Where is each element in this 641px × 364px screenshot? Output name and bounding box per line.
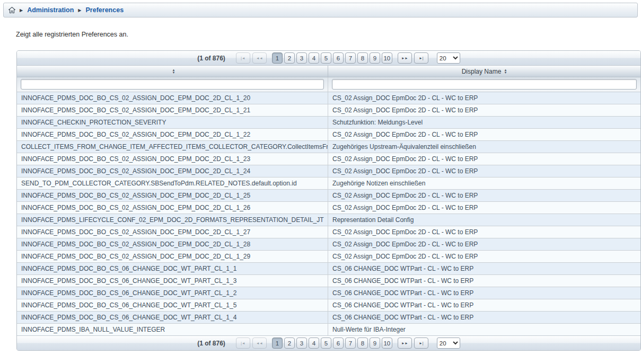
- table-row[interactable]: INNOFACE_PDMS_DOC_BO_CS_02_ASSIGN_DOC_EP…: [17, 251, 640, 263]
- breadcrumb-item-preferences[interactable]: Preferences: [86, 6, 124, 14]
- preference-name-cell: INNOFACE_PDMS_DOC_BO_CS_02_ASSIGN_DOC_EP…: [17, 238, 328, 250]
- table-row[interactable]: INNOFACE_PDMS_DOC_BO_CS_02_ASSIGN_DOC_EP…: [17, 165, 640, 177]
- preference-name-cell: INNOFACE_PDMS_DOC_BO_CS_02_ASSIGN_DOC_EP…: [17, 190, 328, 201]
- display-name-cell: CS_02 Assign_DOC EpmDoc 2D - CL - WC to …: [328, 165, 640, 177]
- rows-per-page-select[interactable]: 20: [437, 52, 460, 64]
- page-button[interactable]: 4: [309, 338, 319, 349]
- name-filter-input[interactable]: [21, 79, 324, 90]
- table-row[interactable]: INNOFACE_PDMS_DOC_BO_CS_06_CHANGE_DOC_WT…: [17, 275, 640, 287]
- page-button[interactable]: 9: [370, 52, 380, 64]
- table-row[interactable]: INNOFACE_PDMS_DOC_BO_CS_06_CHANGE_DOC_WT…: [17, 312, 640, 324]
- page-button[interactable]: 2: [284, 338, 295, 349]
- first-page-button: |◄: [236, 52, 250, 64]
- preference-name-cell: INNOFACE_PDMS_DOC_BO_CS_02_ASSIGN_DOC_EP…: [17, 153, 328, 165]
- home-icon[interactable]: [8, 7, 15, 13]
- page-button[interactable]: 3: [296, 338, 307, 349]
- preference-name-cell: INNOFACE_PDMS_DOC_BO_CS_02_ASSIGN_DOC_EP…: [17, 202, 328, 214]
- preference-name-cell: INNOFACE_PDMS_DOC_BO_CS_02_ASSIGN_DOC_EP…: [17, 92, 328, 104]
- page-button[interactable]: 7: [345, 52, 356, 64]
- preference-name-cell: INNOFACE_PDMS_DOC_BO_CS_06_CHANGE_DOC_WT…: [17, 312, 328, 323]
- display-name-cell: CS_06 CHANGE_DOC WTPart - CL - WC to ERP: [328, 263, 640, 274]
- page-button[interactable]: 6: [333, 338, 344, 349]
- preference-name-cell: INNOFACE_PDMS_IBA_NULL_VALUE_INTEGER: [17, 324, 328, 335]
- display-name-cell: CS_06 CHANGE_DOC WTPart - CL - WC to ERP: [328, 275, 640, 287]
- next-page-button[interactable]: ►►: [398, 52, 412, 64]
- breadcrumb: ▶ Administration ▶ Preferences: [3, 3, 638, 17]
- column-header-display-name-label: Display Name: [462, 68, 502, 75]
- preference-name-cell: INNOFACE_PDMS_DOC_BO_CS_02_ASSIGN_DOC_EP…: [17, 129, 328, 140]
- column-header-name[interactable]: ▲▼: [17, 66, 328, 77]
- display-name-cell: Zugehöriges Upstream-Äquivalenzteil eins…: [328, 141, 640, 153]
- paginator-top: (1 of 876) |◄ ◄◄ 12345678910 ►► ►| 20: [17, 51, 640, 66]
- column-header-display-name[interactable]: Display Name ▲▼: [328, 66, 640, 77]
- page-links: 12345678910: [272, 52, 392, 64]
- breadcrumb-item-administration[interactable]: Administration: [27, 6, 74, 14]
- table-row[interactable]: INNOFACE_PDMS_IBA_NULL_VALUE_INTEGER Nul…: [17, 324, 640, 335]
- last-page-button[interactable]: ►|: [414, 338, 428, 349]
- table-row[interactable]: SEND_TO_PDM_COLLECTOR_CATEGORY.SBSendToP…: [17, 177, 640, 190]
- sort-icon: ▲▼: [504, 69, 507, 74]
- preference-name-cell: INNOFACE_CHECKIN_PROTECTION_SEVERITY: [17, 117, 328, 128]
- sort-icon: ▲▼: [172, 69, 175, 74]
- last-page-button[interactable]: ►|: [414, 52, 428, 64]
- previous-page-button: ◄◄: [252, 338, 267, 349]
- page-button[interactable]: 10: [382, 338, 392, 349]
- table-row[interactable]: INNOFACE_PDMS_DOC_BO_CS_02_ASSIGN_DOC_EP…: [17, 190, 640, 202]
- page-button[interactable]: 6: [333, 52, 344, 64]
- table-row[interactable]: COLLECT_ITEMS_FROM_CHANGE_ITEM_AFFECTED_…: [17, 141, 640, 153]
- preference-name-cell: INNOFACE_PDMS_DOC_BO_CS_02_ASSIGN_DOC_EP…: [17, 226, 328, 238]
- preferences-table: (1 of 876) |◄ ◄◄ 12345678910 ►► ►| 20 ▲▼…: [16, 50, 641, 351]
- page-button[interactable]: 7: [345, 338, 356, 349]
- table-row[interactable]: INNOFACE_PDMS_DOC_BO_CS_02_ASSIGN_DOC_EP…: [17, 92, 640, 104]
- display-name-cell: CS_02 Assign_DOC EpmDoc 2D - CL - WC to …: [328, 190, 640, 201]
- display-name-cell: CS_02 Assign_DOC EpmDoc 2D - CL - WC to …: [328, 202, 640, 214]
- table-row[interactable]: INNOFACE_PDMS_DOC_BO_CS_02_ASSIGN_DOC_EP…: [17, 226, 640, 238]
- table-row[interactable]: INNOFACE_PDMS_DOC_BO_CS_06_CHANGE_DOC_WT…: [17, 263, 640, 275]
- display-name-cell: Representation Detail Config: [328, 214, 640, 226]
- table-row[interactable]: INNOFACE_PDMS_DOC_BO_CS_02_ASSIGN_DOC_EP…: [17, 104, 640, 117]
- page-button[interactable]: 4: [309, 52, 319, 64]
- table-row[interactable]: INNOFACE_PDMS_DOC_BO_CS_02_ASSIGN_DOC_EP…: [17, 238, 640, 251]
- display-name-filter-input[interactable]: [332, 79, 637, 90]
- display-name-cell: CS_06 CHANGE_DOC WTPart - CL - WC to ERP: [328, 287, 640, 299]
- preference-name-cell: SEND_TO_PDM_COLLECTOR_CATEGORY.SBSendToP…: [17, 177, 328, 189]
- table-row[interactable]: INNOFACE_PDMS_DOC_BO_CS_06_CHANGE_DOC_WT…: [17, 287, 640, 299]
- page-button[interactable]: 8: [357, 338, 368, 349]
- preference-name-cell: INNOFACE_PDMS_DOC_BO_CS_02_ASSIGN_DOC_EP…: [17, 104, 328, 116]
- page-button[interactable]: 9: [370, 338, 380, 349]
- preference-name-cell: INNOFACE_PDMS_LIFECYCLE_CONF_02_EPM_DOC_…: [17, 214, 328, 226]
- page-button[interactable]: 3: [296, 52, 307, 64]
- table-row[interactable]: INNOFACE_PDMS_DOC_BO_CS_06_CHANGE_DOC_WT…: [17, 299, 640, 312]
- table-row[interactable]: INNOFACE_CHECKIN_PROTECTION_SEVERITY Sch…: [17, 117, 640, 129]
- table-header: ▲▼ Display Name ▲▼: [17, 66, 640, 77]
- table-body: INNOFACE_PDMS_DOC_BO_CS_02_ASSIGN_DOC_EP…: [17, 92, 640, 335]
- current-page-report: (1 of 876): [197, 55, 225, 62]
- display-name-cell: CS_06 CHANGE_DOC WTPart - CL - WC to ERP: [328, 299, 640, 311]
- next-page-button[interactable]: ►►: [398, 338, 412, 349]
- paginator-bottom: (1 of 876) |◄ ◄◄ 12345678910 ►► ►| 20: [17, 335, 640, 350]
- page-button[interactable]: 5: [321, 338, 331, 349]
- filter-row: [17, 77, 640, 92]
- page-button[interactable]: 1: [272, 52, 283, 64]
- display-name-cell: CS_02 Assign_DOC EpmDoc 2D - CL - WC to …: [328, 129, 640, 140]
- chevron-right-icon: ▶: [78, 8, 81, 13]
- rows-per-page-select[interactable]: 20: [437, 338, 460, 349]
- page-links: 12345678910: [272, 338, 392, 349]
- table-row[interactable]: INNOFACE_PDMS_DOC_BO_CS_02_ASSIGN_DOC_EP…: [17, 153, 640, 165]
- page-button[interactable]: 1: [272, 338, 283, 349]
- page-button[interactable]: 8: [357, 52, 368, 64]
- table-row[interactable]: INNOFACE_PDMS_LIFECYCLE_CONF_02_EPM_DOC_…: [17, 214, 640, 226]
- preference-name-cell: INNOFACE_PDMS_DOC_BO_CS_06_CHANGE_DOC_WT…: [17, 287, 328, 299]
- table-row[interactable]: INNOFACE_PDMS_DOC_BO_CS_02_ASSIGN_DOC_EP…: [17, 129, 640, 141]
- preference-name-cell: INNOFACE_PDMS_DOC_BO_CS_06_CHANGE_DOC_WT…: [17, 275, 328, 287]
- preference-name-cell: COLLECT_ITEMS_FROM_CHANGE_ITEM_AFFECTED_…: [17, 141, 328, 153]
- display-name-cell: CS_06 CHANGE_DOC WTPart - CL - WC to ERP: [328, 312, 640, 323]
- display-name-cell: CS_02 Assign_DOC EpmDoc 2D - CL - WC to …: [328, 238, 640, 250]
- page-button[interactable]: 2: [284, 52, 295, 64]
- table-row[interactable]: INNOFACE_PDMS_DOC_BO_CS_02_ASSIGN_DOC_EP…: [17, 202, 640, 214]
- display-name-cell: CS_02 Assign_DOC EpmDoc 2D - CL - WC to …: [328, 153, 640, 165]
- display-name-cell: CS_02 Assign_DOC EpmDoc 2D - CL - WC to …: [328, 92, 640, 104]
- page-button[interactable]: 5: [321, 52, 331, 64]
- preference-name-cell: INNOFACE_PDMS_DOC_BO_CS_06_CHANGE_DOC_WT…: [17, 263, 328, 274]
- page-button[interactable]: 10: [382, 52, 392, 64]
